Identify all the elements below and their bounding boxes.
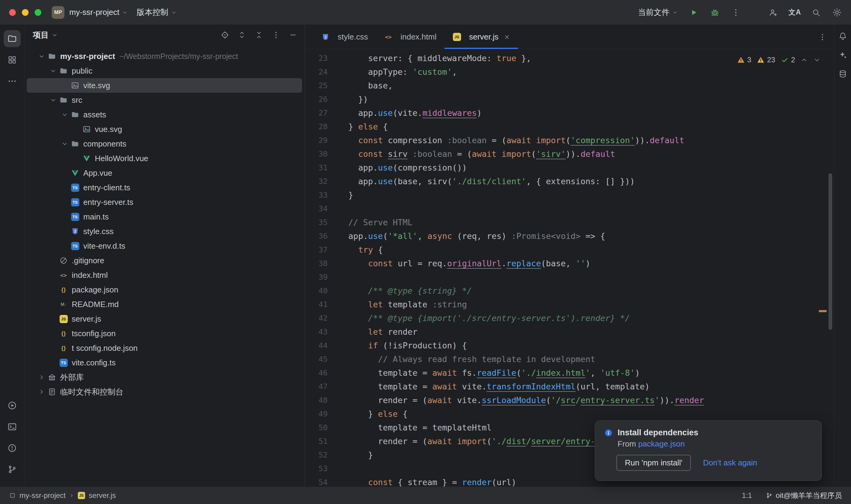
tab-options-icon[interactable] xyxy=(818,33,827,41)
line-number[interactable]: 25 xyxy=(305,79,328,92)
code-line[interactable]: 39 xyxy=(305,270,834,284)
code-line[interactable]: 25 base, xyxy=(305,79,834,92)
code-line[interactable]: 37 try { xyxy=(305,243,834,256)
tree-item[interactable]: assets xyxy=(24,107,305,122)
code-line[interactable]: 40 /** @type {string} */ xyxy=(305,284,834,298)
chevron-down-icon[interactable] xyxy=(59,110,71,119)
tree-item[interactable]: src xyxy=(24,93,305,107)
tree-item[interactable]: <>index.html xyxy=(24,268,305,283)
line-number[interactable]: 30 xyxy=(305,147,328,161)
dont-ask-again-link[interactable]: Don't ask again xyxy=(703,458,757,468)
project-panel-title[interactable]: 项目 xyxy=(33,30,58,40)
line-number[interactable]: 46 xyxy=(305,366,328,380)
line-number[interactable]: 53 xyxy=(305,462,328,475)
bell-tool-button[interactable] xyxy=(836,30,850,43)
more-actions-icon[interactable] xyxy=(731,8,740,17)
code-line[interactable]: 43 let render xyxy=(305,325,834,339)
tree-item[interactable]: JSserver.js xyxy=(24,311,305,326)
tree-item[interactable]: TSentry-server.ts xyxy=(24,195,305,210)
line-number[interactable]: 51 xyxy=(305,434,328,448)
line-number[interactable]: 29 xyxy=(305,133,328,147)
line-number[interactable]: 48 xyxy=(305,393,328,407)
warnings-count[interactable]: 23 xyxy=(757,56,775,64)
code-line[interactable]: 34 xyxy=(305,202,834,216)
line-number[interactable]: 40 xyxy=(305,284,328,298)
line-number[interactable]: 34 xyxy=(305,202,328,216)
code-line[interactable]: 28} else { xyxy=(305,120,834,133)
chevron-right-icon[interactable] xyxy=(36,373,48,381)
code-line[interactable]: 26 }) xyxy=(305,92,834,106)
tree-item[interactable]: .gitignore xyxy=(24,253,305,268)
run-tool-button[interactable] xyxy=(4,397,21,414)
line-number[interactable]: 33 xyxy=(305,188,328,202)
tab-index.html[interactable]: <>index.html xyxy=(376,25,445,49)
code-line[interactable]: 30 const sirv :boolean = (await import('… xyxy=(305,147,834,161)
settings-icon[interactable] xyxy=(832,7,842,17)
vcs-tool-button[interactable] xyxy=(4,461,21,478)
line-number[interactable]: 39 xyxy=(305,270,328,284)
tree-item[interactable]: public xyxy=(24,64,305,78)
code-line[interactable]: 42 /** @type {import('./src/entry-server… xyxy=(305,311,834,325)
database-tool-button[interactable] xyxy=(836,67,850,80)
passed-count[interactable]: 2 xyxy=(781,56,795,64)
breadcrumb-project[interactable]: my-ssr-project xyxy=(19,491,66,500)
run-button[interactable] xyxy=(689,8,699,17)
project-switcher[interactable]: my-ssr-project xyxy=(69,7,128,17)
chevron-down-icon[interactable] xyxy=(48,96,59,104)
run-npm-install-button[interactable]: Run 'npm install' xyxy=(616,455,691,471)
code-line[interactable]: 38 const url = req.originalUrl.replace(b… xyxy=(305,256,834,270)
ai-tool-button[interactable] xyxy=(836,48,850,62)
tree-item[interactable]: my-ssr-project~/WebstormProjects/my-ssr-… xyxy=(24,49,305,64)
kebab-icon[interactable] xyxy=(272,31,280,39)
translate-icon[interactable]: 文A xyxy=(790,7,800,18)
code-line[interactable]: 46 template = await fs.readFile('./index… xyxy=(305,366,834,380)
code-line[interactable]: 24 appType: 'custom', xyxy=(305,65,834,79)
line-number[interactable]: 45 xyxy=(305,352,328,366)
chevron-down-icon[interactable] xyxy=(36,52,48,60)
tree-item[interactable]: {}package.json xyxy=(24,283,305,297)
prev-problem-icon[interactable] xyxy=(800,56,808,64)
project-tool-button[interactable] xyxy=(4,30,21,47)
caret-position[interactable]: 1:1 xyxy=(742,491,752,500)
code-with-me-icon[interactable] xyxy=(768,7,778,17)
line-number[interactable]: 47 xyxy=(305,380,328,393)
tab-style.css[interactable]: 3style.css xyxy=(313,25,376,49)
code-line[interactable]: 41 let template :string xyxy=(305,298,834,311)
tree-item[interactable]: 3style.css xyxy=(24,224,305,239)
code-line[interactable]: 47 template = await vite.transformIndexH… xyxy=(305,380,834,393)
tree-item[interactable]: {}tsconfig.json xyxy=(24,326,305,341)
line-number[interactable]: 31 xyxy=(305,161,328,175)
tree-item[interactable]: {}t sconfig.node.json xyxy=(24,341,305,355)
code-line[interactable]: 44 if (!isProduction) { xyxy=(305,339,834,352)
weak-warnings-count[interactable]: 3 xyxy=(737,56,751,64)
tree-item[interactable]: M↓README.md xyxy=(24,297,305,311)
tree-item[interactable]: components xyxy=(24,137,305,151)
minus-icon[interactable] xyxy=(289,31,297,39)
search-icon[interactable] xyxy=(812,8,820,17)
tree-item[interactable]: TSentry-client.ts xyxy=(24,180,305,195)
tree-item[interactable]: vue.svg xyxy=(24,122,305,137)
line-number[interactable]: 23 xyxy=(305,51,328,65)
line-number[interactable]: 49 xyxy=(305,407,328,421)
line-number[interactable]: 35 xyxy=(305,216,328,229)
terminal-tool-button[interactable] xyxy=(4,418,21,435)
tree-item[interactable]: HelloWorld.vue xyxy=(24,151,305,166)
more-h-tool-button[interactable] xyxy=(4,73,21,90)
line-number[interactable]: 52 xyxy=(305,448,328,462)
locate-icon[interactable] xyxy=(221,31,229,39)
close-window-button[interactable] xyxy=(9,9,16,16)
tab-server.js[interactable]: JSserver.js xyxy=(444,25,518,49)
tree-item[interactable]: TSvite-env.d.ts xyxy=(24,239,305,253)
line-number[interactable]: 44 xyxy=(305,339,328,352)
minimize-window-button[interactable] xyxy=(22,9,29,16)
collapse-all-icon[interactable] xyxy=(255,31,263,39)
tree-item[interactable]: TSmain.ts xyxy=(24,210,305,224)
line-number[interactable]: 38 xyxy=(305,256,328,270)
code-line[interactable]: 29 const compression :boolean = (await i… xyxy=(305,133,834,147)
line-number[interactable]: 32 xyxy=(305,175,328,188)
line-number[interactable]: 42 xyxy=(305,311,328,325)
chevron-down-icon[interactable] xyxy=(48,67,59,75)
line-number[interactable]: 50 xyxy=(305,421,328,434)
tree-item[interactable]: 临时文件和控制台 xyxy=(24,384,305,399)
debug-button[interactable] xyxy=(710,7,720,17)
